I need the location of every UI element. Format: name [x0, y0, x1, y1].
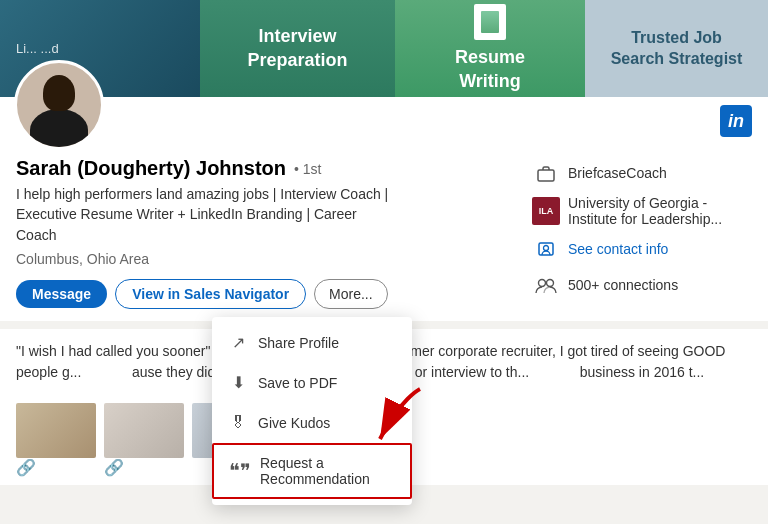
profile-card: in Sarah (Dougherty) Johnston • 1st I he…	[0, 97, 768, 321]
connections-count: 500+ connections	[568, 277, 678, 293]
profile-location: Columbus, Ohio Area	[16, 251, 516, 267]
banner-resume[interactable]: ResumeWriting	[395, 0, 585, 97]
university-row: ILA University of Georgia -Institute for…	[532, 195, 752, 227]
connections-row: 500+ connections	[532, 271, 752, 299]
profile-name-row: Sarah (Dougherty) Johnston • 1st	[16, 157, 516, 180]
banner-interview[interactable]: InterviewPreparation	[200, 0, 395, 97]
message-button[interactable]: Message	[16, 280, 107, 308]
resume-icon	[474, 4, 506, 40]
profile-left: Sarah (Dougherty) Johnston • 1st I help …	[16, 157, 532, 321]
sales-nav-button[interactable]: View in Sales Navigator	[115, 279, 306, 309]
avatar-hair	[43, 75, 75, 111]
image-thumb-1[interactable]	[16, 403, 96, 458]
more-button[interactable]: More...	[314, 279, 388, 309]
dropdown-kudos[interactable]: 🎖 Give Kudos	[212, 403, 412, 443]
avatar-body	[30, 109, 88, 150]
banner-trusted[interactable]: Trusted JobSearch Strategist	[585, 0, 768, 97]
share-label: Share Profile	[258, 335, 339, 351]
company-name: BriefcaseCoach	[568, 165, 667, 181]
svg-rect-1	[539, 243, 553, 255]
contact-icon	[532, 235, 560, 263]
dropdown-save-pdf[interactable]: ⬇ Save to PDF	[212, 363, 412, 403]
svg-point-2	[544, 246, 549, 251]
recommend-icon: ❝❞	[230, 461, 250, 481]
linkedin-badge: in	[720, 105, 752, 137]
profile-header-space	[16, 109, 752, 157]
profile-right: BriefcaseCoach ILA University of Georgia…	[532, 157, 752, 321]
avatar-container	[14, 60, 104, 150]
profile-name: Sarah (Dougherty) Johnston	[16, 157, 286, 180]
kudos-label: Give Kudos	[258, 415, 330, 431]
link-icon-1: 🔗	[16, 459, 36, 476]
banner-left-text: Li... ...d	[16, 41, 59, 56]
dropdown-recommend[interactable]: ❝❞ Request a Recommendation	[212, 443, 412, 499]
avatar[interactable]	[14, 60, 104, 150]
svg-rect-0	[538, 170, 554, 181]
avatar-person	[24, 69, 94, 147]
see-contact-link[interactable]: See contact info	[568, 241, 668, 257]
link-icon-2: 🔗	[104, 459, 124, 476]
dropdown-menu: ↗ Share Profile ⬇ Save to PDF 🎖 Give Kud…	[212, 317, 412, 505]
degree-badge: • 1st	[294, 161, 321, 177]
save-pdf-label: Save to PDF	[258, 375, 337, 391]
svg-point-3	[539, 280, 546, 287]
dropdown-share[interactable]: ↗ Share Profile	[212, 323, 412, 363]
svg-point-4	[547, 280, 554, 287]
profile-content: Sarah (Dougherty) Johnston • 1st I help …	[16, 157, 752, 321]
contact-row[interactable]: See contact info	[532, 235, 752, 263]
share-icon: ↗	[228, 333, 248, 353]
connections-icon	[532, 271, 560, 299]
action-buttons: Message View in Sales Navigator More... …	[16, 279, 516, 309]
save-pdf-icon: ⬇	[228, 373, 248, 393]
university-name: University of Georgia -Institute for Lea…	[568, 195, 722, 227]
kudos-icon: 🎖	[228, 413, 248, 433]
image-thumb-2[interactable]	[104, 403, 184, 458]
banner-trusted-text: Trusted JobSearch Strategist	[611, 28, 743, 70]
header-banner: Li... ...d InterviewPreparation ResumeWr…	[0, 0, 768, 97]
profile-headline: I help high performers land amazing jobs…	[16, 184, 516, 245]
more-label: More...	[329, 286, 373, 302]
recommend-label: Request a Recommendation	[260, 455, 394, 487]
ila-icon: ILA	[532, 197, 560, 225]
company-row: BriefcaseCoach	[532, 159, 752, 187]
briefcase-icon	[532, 159, 560, 187]
banner-interview-text: InterviewPreparation	[247, 25, 347, 72]
banner-resume-text: ResumeWriting	[455, 46, 525, 93]
